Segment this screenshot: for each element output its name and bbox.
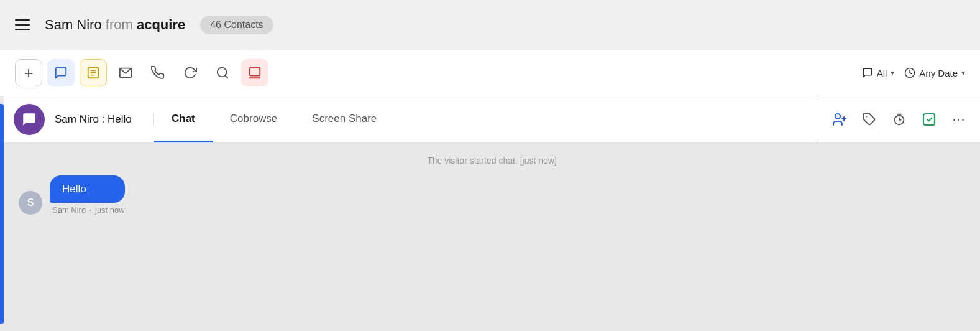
sender-name: Sam Niro xyxy=(52,205,86,215)
message-bubble-col: Hello Sam Niro • just now xyxy=(50,175,125,215)
filter-all-chevron: ▾ xyxy=(891,68,894,77)
from-text: from xyxy=(106,17,137,32)
task-button[interactable] xyxy=(80,59,107,86)
conversation-panel: Sam Niro : Hello Chat Cobrowse Screen Sh… xyxy=(4,96,980,331)
svg-line-6 xyxy=(225,75,227,78)
svg-rect-15 xyxy=(923,114,935,125)
search-button[interactable] xyxy=(209,59,236,86)
table-row: S Hello Sam Niro • just now xyxy=(19,175,965,215)
conversation-name: Sam Niro : Hello xyxy=(55,113,154,126)
contacts-badge: 46 Contacts xyxy=(200,16,273,34)
filter-date[interactable]: Any Date ▾ xyxy=(904,67,965,78)
add-contact-button[interactable] xyxy=(826,106,853,133)
main-content: Sam Niro : Hello Chat Cobrowse Screen Sh… xyxy=(0,96,980,331)
add-button[interactable]: + xyxy=(15,59,42,86)
hamburger-menu[interactable] xyxy=(15,19,30,30)
timer-button[interactable] xyxy=(886,106,913,133)
tag-button[interactable] xyxy=(856,106,883,133)
tab-screen-share[interactable]: Screen Share xyxy=(295,96,394,142)
svg-rect-7 xyxy=(250,68,260,76)
svg-point-10 xyxy=(835,114,840,119)
filter-all[interactable]: All ▾ xyxy=(862,67,895,78)
message-bubble: Hello xyxy=(50,175,125,203)
system-message: The visitor started chat. [just now] xyxy=(19,156,965,166)
conv-tabs: Chat Cobrowse Screen Share xyxy=(154,96,818,142)
filter-date-chevron: ▾ xyxy=(961,68,965,77)
header-title: Sam Niro from acquire xyxy=(45,17,185,33)
top-header: Sam Niro from acquire 46 Contacts xyxy=(0,0,980,50)
brand-name: acquire xyxy=(137,17,185,32)
dot-separator: • xyxy=(89,207,91,213)
message-time: just now xyxy=(95,205,125,215)
resolve-button[interactable] xyxy=(915,106,943,133)
email-button[interactable] xyxy=(112,59,139,86)
chat-area: The visitor started chat. [just now] S H… xyxy=(4,143,980,331)
filter-date-label: Any Date xyxy=(919,68,958,78)
message-meta: Sam Niro • just now xyxy=(50,205,125,215)
refresh-button[interactable] xyxy=(176,59,204,86)
toolbar-left: + xyxy=(15,59,857,86)
toolbar: + All ▾ Any Date ▾ xyxy=(0,50,980,96)
chat-button[interactable] xyxy=(47,59,75,86)
more-button[interactable]: ··· xyxy=(945,106,973,133)
toolbar-right: All ▾ Any Date ▾ xyxy=(862,67,965,78)
tab-cobrowse[interactable]: Cobrowse xyxy=(213,96,295,142)
avatar: S xyxy=(19,191,42,215)
phone-button[interactable] xyxy=(144,59,172,86)
conv-header: Sam Niro : Hello Chat Cobrowse Screen Sh… xyxy=(4,96,980,143)
filter-all-label: All xyxy=(877,68,887,78)
tab-chat[interactable]: Chat xyxy=(154,96,213,142)
avatar xyxy=(14,104,45,135)
flag-button[interactable] xyxy=(241,59,268,86)
user-name: Sam Niro xyxy=(45,17,102,32)
conv-actions: ··· xyxy=(818,96,980,142)
